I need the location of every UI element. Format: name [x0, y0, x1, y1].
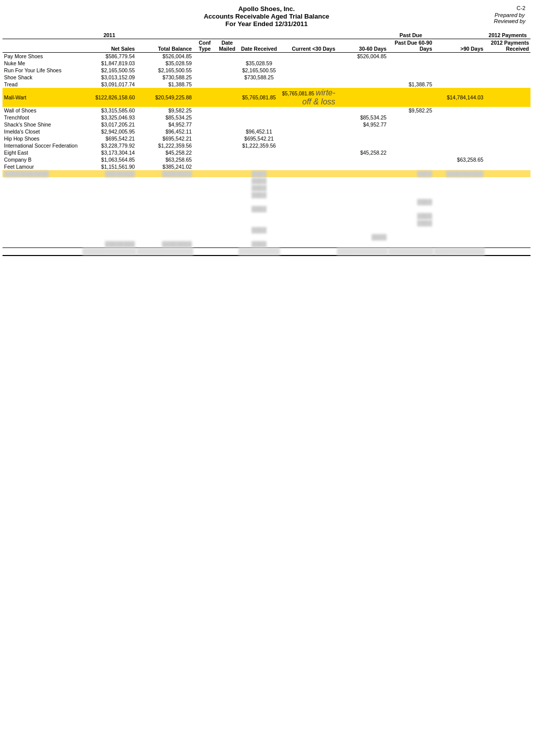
table-cell — [434, 67, 485, 74]
table-row-blurred: ████ — [3, 219, 530, 226]
table-cell — [337, 156, 388, 163]
table-cell-blurred — [3, 184, 82, 191]
table-cell: $2,165,500.55 — [238, 67, 280, 74]
table-cell — [216, 149, 238, 156]
table-cell-blurred — [337, 191, 388, 198]
table-cell-blurred — [337, 205, 388, 212]
table-cell-blurred — [216, 212, 238, 219]
table-cell-blurred — [3, 226, 82, 233]
col-header-3060: 30-60 Days — [337, 39, 388, 53]
table-cell — [193, 149, 216, 156]
table-cell-blurred — [216, 233, 238, 240]
table-cell: $526,004.85 — [337, 53, 388, 60]
column-header-row2: Net Sales Total Balance Conf Type Date M… — [3, 39, 530, 53]
table-cell — [388, 114, 434, 121]
col-header-past-due: Past Due — [388, 32, 434, 39]
table-cell-blurred — [3, 191, 82, 198]
table-cell — [485, 60, 530, 67]
col-header-netsales: Net Sales — [82, 39, 137, 53]
table-row-blurred: ████ — [3, 226, 530, 233]
table-cell — [280, 156, 337, 163]
table-cell-blurred — [485, 170, 530, 177]
table-cell: $1,063,564.85 — [82, 156, 137, 163]
table-cell-blurred — [82, 233, 137, 240]
table-cell: $2,942,005.95 — [82, 128, 137, 135]
table-row-blurred: ████ — [3, 177, 530, 184]
prepared-reviewed: Prepared by Reviewed by — [494, 12, 525, 24]
table-cell-blurred — [280, 198, 337, 205]
table-cell — [280, 114, 337, 121]
table-cell — [337, 67, 388, 74]
table-cell-blurred — [193, 184, 216, 191]
table-cell: $586,779.54 — [82, 53, 137, 60]
table-cell: $2,165,500.55 — [82, 67, 137, 74]
table-cell: $14,784,144.03 — [434, 88, 485, 107]
table-cell-blurred — [280, 212, 337, 219]
table-cell: $96,452.11 — [137, 128, 194, 135]
table-footer: ████████ ████████ ████████ ████████ ████… — [3, 248, 530, 256]
table-cell-blurred — [216, 219, 238, 226]
table-cell-blurred — [82, 212, 137, 219]
table-cell — [238, 107, 280, 114]
table-cell-blurred — [388, 205, 434, 212]
table-cell: $3,228,779.92 — [82, 142, 137, 149]
table-cell-blurred: ████ — [238, 226, 280, 233]
table-cell — [280, 121, 337, 128]
table-row: Company B$1,063,564.85$63,258.65$63,258.… — [3, 156, 530, 163]
table-cell — [280, 149, 337, 156]
column-header-row1: 2011 Past Due 2012 Payments — [3, 32, 530, 39]
table-cell-blurred — [280, 226, 337, 233]
table-cell — [434, 81, 485, 88]
table-cell-blurred — [137, 226, 194, 233]
totals-totalbal: ████████ — [137, 248, 194, 256]
table-cell: Feet Lamour — [3, 163, 82, 170]
table-cell — [193, 53, 216, 60]
totals-datereceived: ████████ — [238, 248, 280, 256]
table-cell-blurred — [337, 240, 388, 248]
table-cell — [337, 163, 388, 170]
table-cell-blurred — [193, 191, 216, 198]
table-cell-blurred — [193, 240, 216, 248]
table-cell-blurred — [485, 233, 530, 240]
totals-netsales: ████████ — [82, 248, 137, 256]
table-cell-blurred — [434, 233, 485, 240]
table-cell: $122,826,158.60 — [82, 88, 137, 107]
table-cell-blurred — [434, 212, 485, 219]
table-cell: $85,534.25 — [337, 114, 388, 121]
table-cell-blurred: ████ — [388, 212, 434, 219]
totals-datemailed — [216, 248, 238, 256]
table-row-blurred: ████ — [3, 191, 530, 198]
table-cell — [485, 107, 530, 114]
table-row: Trenchfoot$3,325,046.93$85,534.25$85,534… — [3, 114, 530, 121]
table-cell-blurred: ████████████ — [3, 170, 82, 177]
table-cell — [434, 107, 485, 114]
table-cell — [280, 107, 337, 114]
table-cell-blurred — [388, 240, 434, 248]
table-cell-blurred — [216, 240, 238, 248]
table-row: Hip Hop Shoes$695,542.21$695,542.21$695,… — [3, 135, 530, 142]
table-cell-blurred — [137, 219, 194, 226]
table-cell: $9,582.25 — [388, 107, 434, 114]
table-cell — [485, 149, 530, 156]
table-cell-blurred — [238, 233, 280, 240]
table-cell — [485, 156, 530, 163]
table-cell — [193, 107, 216, 114]
col-header-year: 2011 — [82, 32, 137, 39]
company-name: Apollo Shoes, Inc. — [3, 5, 530, 13]
table-cell: $730,588.25 — [238, 74, 280, 81]
table-cell-blurred — [388, 226, 434, 233]
table-cell-blurred — [337, 198, 388, 205]
table-cell-blurred — [337, 212, 388, 219]
table-cell — [388, 121, 434, 128]
table-cell — [238, 53, 280, 60]
table-cell — [388, 53, 434, 60]
table-cell-blurred — [485, 191, 530, 198]
table-cell — [434, 60, 485, 67]
table-cell-blurred — [280, 233, 337, 240]
table-cell — [216, 135, 238, 142]
table-cell-blurred — [193, 233, 216, 240]
table-cell-blurred — [485, 205, 530, 212]
table-cell-blurred — [280, 177, 337, 184]
table-cell — [280, 81, 337, 88]
table-cell: $35,028.59 — [238, 60, 280, 67]
